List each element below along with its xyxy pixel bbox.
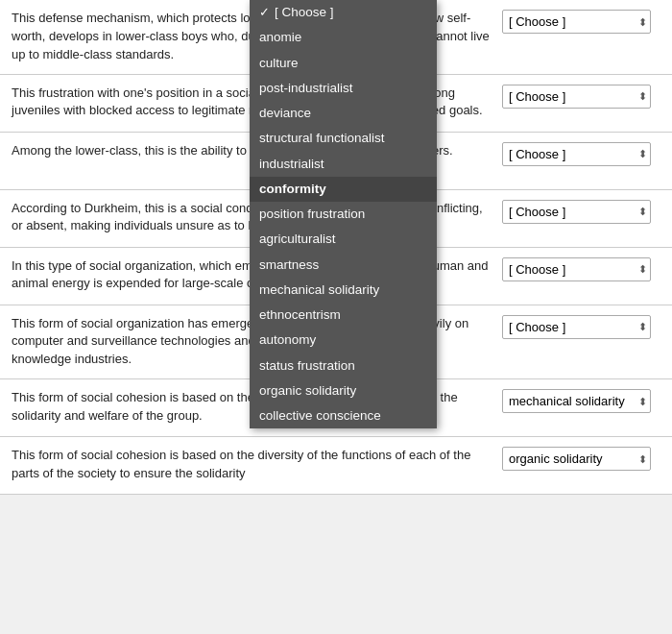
rows-container: This defense mechanism, which protects l… (0, 0, 672, 495)
question-text-8: This form of social cohesion is based on… (12, 447, 502, 483)
select-wrapper-2: [ Choose ]⬍ (502, 85, 660, 109)
dropdown-item-1[interactable]: anomie (250, 25, 437, 50)
select-wrapper-7: mechanical solidarity⬍ (502, 389, 660, 413)
dropdown-item-2[interactable]: culture (250, 51, 437, 76)
dropdown-item-16[interactable]: collective conscience (250, 403, 437, 428)
select-8[interactable]: organic solidarity (502, 447, 651, 471)
dropdown-overlay[interactable]: [ Choose ]anomieculturepost-industrialis… (250, 0, 437, 428)
dropdown-item-5[interactable]: structural functionalist (250, 126, 437, 151)
dropdown-item-13[interactable]: autonomy (250, 328, 437, 353)
dropdown-item-6[interactable]: industrialist (250, 152, 437, 177)
select-wrapper-4: [ Choose ]⬍ (502, 200, 660, 224)
select-2[interactable]: [ Choose ] (502, 85, 651, 109)
dropdown-item-15[interactable]: organic solidarity (250, 378, 437, 403)
dropdown-item-11[interactable]: mechanical solidarity (250, 278, 437, 303)
select-6[interactable]: [ Choose ] (502, 315, 651, 339)
select-wrapper-5: [ Choose ]⬍ (502, 257, 660, 281)
question-row-8: This form of social cohesion is based on… (0, 437, 672, 495)
dropdown-item-7[interactable]: conformity (250, 177, 437, 202)
dropdown-item-9[interactable]: agriculturalist (250, 227, 437, 252)
select-7[interactable]: mechanical solidarity (502, 389, 651, 413)
dropdown-item-14[interactable]: status frustration (250, 354, 437, 378)
dropdown-item-0[interactable]: [ Choose ] (250, 0, 437, 25)
select-5[interactable]: [ Choose ] (502, 257, 651, 281)
select-wrapper-1: [ Choose ]⬍ (502, 10, 660, 34)
select-3[interactable]: [ Choose ] (502, 142, 651, 166)
dropdown-item-4[interactable]: deviance (250, 101, 437, 126)
select-wrapper-6: [ Choose ]⬍ (502, 315, 660, 339)
dropdown-item-3[interactable]: post-industrialist (250, 76, 437, 101)
dropdown-item-10[interactable]: smartness (250, 253, 437, 278)
select-wrapper-8: organic solidarity⬍ (502, 447, 660, 471)
select-1[interactable]: [ Choose ] (502, 10, 651, 34)
select-wrapper-3: [ Choose ]⬍ (502, 142, 660, 166)
main-container: This defense mechanism, which protects l… (0, 0, 672, 495)
select-4[interactable]: [ Choose ] (502, 200, 651, 224)
dropdown-item-12[interactable]: ethnocentrism (250, 303, 437, 328)
dropdown-item-8[interactable]: position frustration (250, 202, 437, 227)
